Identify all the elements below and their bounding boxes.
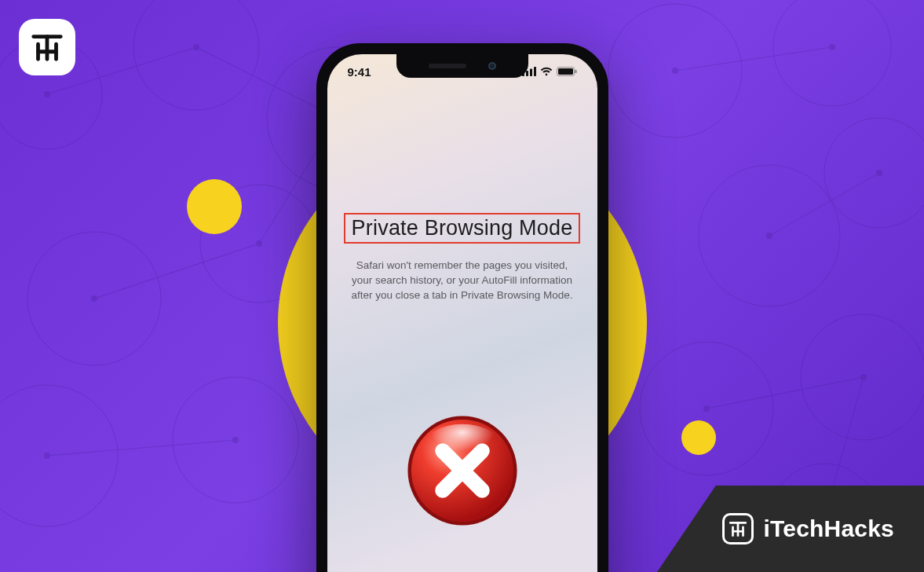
battery-icon [557, 67, 577, 76]
svg-point-30 [44, 453, 50, 459]
svg-line-20 [769, 173, 879, 236]
svg-point-9 [699, 165, 840, 306]
svg-point-5 [0, 385, 118, 526]
error-cross-icon [404, 412, 520, 529]
svg-point-36 [703, 405, 710, 412]
private-browsing-title: Private Browsing Mode [344, 213, 581, 244]
itechhacks-logo-icon [19, 19, 75, 75]
svg-point-12 [801, 314, 924, 440]
svg-rect-46 [575, 70, 576, 74]
svg-point-11 [640, 342, 773, 475]
status-time: 9:41 [348, 65, 371, 79]
svg-rect-41 [526, 71, 528, 76]
svg-point-10 [824, 118, 924, 228]
iphone-screen: 9:41 [327, 54, 597, 572]
itechhacks-mini-logo-icon [722, 513, 754, 544]
svg-rect-42 [530, 69, 532, 77]
svg-line-19 [675, 47, 832, 71]
brand-corner: iTechHacks [657, 486, 924, 572]
svg-line-18 [47, 440, 236, 456]
svg-point-7 [608, 4, 742, 138]
svg-point-32 [672, 68, 678, 74]
svg-point-35 [876, 170, 882, 176]
svg-point-25 [44, 91, 50, 97]
decorative-circle-small [187, 179, 242, 234]
iphone-mockup: 9:41 [316, 43, 608, 572]
svg-point-6 [173, 377, 298, 503]
svg-line-17 [94, 244, 259, 299]
svg-point-1 [133, 0, 259, 110]
svg-point-29 [256, 240, 262, 247]
svg-point-28 [91, 295, 97, 302]
svg-point-34 [766, 233, 772, 239]
svg-point-26 [193, 44, 199, 50]
brand-name: iTechHacks [763, 515, 894, 542]
svg-line-21 [707, 377, 864, 409]
private-browsing-description: Safari won't remember the pages you visi… [338, 258, 586, 302]
svg-line-23 [94, 244, 259, 299]
decorative-circle-small [681, 420, 716, 455]
svg-point-3 [27, 232, 161, 365]
iphone-notch [396, 54, 528, 78]
svg-point-31 [232, 437, 239, 443]
svg-rect-43 [534, 67, 536, 76]
svg-rect-45 [558, 68, 573, 75]
svg-point-8 [773, 0, 891, 106]
svg-point-33 [829, 44, 835, 50]
svg-point-37 [860, 374, 867, 380]
wifi-icon [540, 67, 553, 76]
